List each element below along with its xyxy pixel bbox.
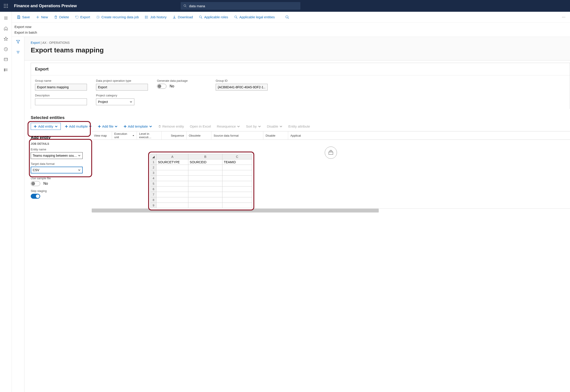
- search-input[interactable]: [189, 4, 298, 8]
- col-level[interactable]: Level in executi…: [137, 131, 162, 140]
- col-source-format[interactable]: Source data format: [211, 131, 263, 140]
- col-sequence[interactable]: Sequence: [162, 131, 187, 140]
- svg-marker-43: [16, 40, 20, 43]
- export-now-menuitem[interactable]: Export now: [14, 24, 567, 29]
- generate-package-toggle[interactable]: [157, 84, 167, 89]
- applicable-entities-button[interactable]: Applicable legal entities: [232, 14, 277, 21]
- svg-point-4: [5, 5, 6, 6]
- project-category-select[interactable]: Project: [96, 98, 134, 105]
- project-category-label: Project category: [96, 94, 148, 97]
- svg-point-9: [184, 4, 186, 7]
- operation-type-label: Data project operation type: [96, 79, 148, 83]
- svg-rect-16: [4, 58, 7, 61]
- svg-rect-20: [4, 71, 5, 71]
- excel-rownum: 3: [151, 170, 156, 176]
- history-label: Job history: [150, 15, 167, 19]
- excel-cell: SOURCETYPE: [156, 159, 188, 165]
- col-disable[interactable]: Disable: [263, 131, 288, 140]
- breadcrumb: Export | AX : OPERATIONS: [31, 41, 564, 44]
- col-execution-unit[interactable]: Execution unit: [112, 131, 137, 140]
- excel-rownum: 1: [151, 159, 156, 165]
- search-icon: [183, 4, 187, 8]
- sort-by-button: Sort by: [244, 123, 263, 130]
- sort-asc-icon: [132, 134, 134, 137]
- excel-rownum: 9: [151, 203, 156, 208]
- generate-package-label: Generate data package: [157, 79, 207, 83]
- download-label: Download: [178, 15, 193, 19]
- svg-point-55: [330, 150, 330, 151]
- delete-button[interactable]: Delete: [52, 14, 71, 21]
- recurring-job-button[interactable]: Create recurring data job: [94, 14, 141, 21]
- add-template-button[interactable]: Add template: [122, 123, 154, 130]
- filter-icon[interactable]: [16, 40, 20, 45]
- export-button[interactable]: Export: [73, 14, 92, 21]
- chevron-down-icon: [114, 125, 118, 128]
- recurring-label: Create recurring data job: [101, 15, 139, 19]
- group-id-input[interactable]: [216, 84, 268, 91]
- skip-staging-label: Skip staging: [31, 189, 92, 193]
- nav-toggle-button[interactable]: [1, 14, 10, 23]
- applicable-roles-button[interactable]: Applicable roles: [196, 14, 230, 21]
- description-input[interactable]: [35, 98, 87, 105]
- svg-point-56: [331, 150, 331, 151]
- svg-point-6: [4, 7, 4, 8]
- app-launcher-icon[interactable]: [0, 0, 12, 12]
- group-name-input[interactable]: [35, 84, 87, 91]
- svg-point-41: [286, 15, 288, 18]
- excel-col-c: C: [222, 154, 252, 159]
- svg-point-32: [145, 16, 145, 16]
- svg-marker-14: [4, 37, 8, 41]
- breadcrumb-link[interactable]: Export: [31, 41, 40, 44]
- home-icon[interactable]: [1, 24, 10, 33]
- skip-staging-toggle[interactable]: [31, 194, 40, 199]
- chevron-down-icon: [258, 125, 261, 128]
- project-category-value: Project: [98, 100, 108, 104]
- roles-label: Applicable roles: [204, 15, 228, 19]
- sort-lines-icon[interactable]: [16, 50, 20, 55]
- svg-rect-18: [4, 69, 5, 69]
- modules-icon[interactable]: [1, 66, 10, 74]
- excel-col-b: B: [188, 154, 222, 159]
- job-history-button[interactable]: Job history: [142, 14, 169, 21]
- excel-rownum: 6: [151, 186, 156, 192]
- excel-col-a: A: [156, 154, 188, 159]
- excel-rownum: 8: [151, 197, 156, 203]
- svg-point-33: [145, 17, 145, 17]
- new-button[interactable]: New: [33, 14, 50, 21]
- svg-point-5: [7, 5, 8, 6]
- cmd-overflow-button[interactable]: ⋯: [560, 14, 567, 21]
- excel-rownum: 2: [151, 165, 156, 170]
- svg-rect-19: [4, 70, 5, 70]
- col-obsolete[interactable]: Obsolete: [187, 131, 211, 140]
- new-label: New: [41, 15, 48, 19]
- workspace-icon[interactable]: [1, 55, 10, 64]
- recent-icon[interactable]: [1, 45, 10, 54]
- excel-corner: ◢: [151, 154, 156, 159]
- svg-point-8: [7, 7, 8, 8]
- svg-point-7: [5, 7, 6, 8]
- col-view-map[interactable]: View map: [92, 131, 112, 140]
- entity-grid-header: View map Execution unit Level in executi…: [92, 131, 570, 140]
- remove-entity-button: Remove entity: [156, 123, 186, 130]
- favorites-icon[interactable]: [1, 34, 10, 43]
- empty-data-icon: [325, 147, 337, 159]
- svg-rect-25: [18, 17, 19, 18]
- save-button[interactable]: Save: [14, 14, 32, 21]
- use-sample-file-toggle[interactable]: [31, 181, 40, 186]
- export-section-header: Export: [31, 63, 570, 75]
- download-button[interactable]: Download: [170, 14, 195, 21]
- export-in-batch-menuitem[interactable]: Export in batch: [14, 29, 567, 35]
- generate-package-value: No: [170, 84, 174, 88]
- disable-button: Disable: [265, 123, 284, 130]
- excel-rownum: 4: [151, 176, 156, 181]
- cmd-search-button[interactable]: [283, 14, 292, 21]
- global-search[interactable]: [181, 2, 300, 10]
- add-file-button[interactable]: Add file: [96, 123, 119, 130]
- highlight-job-details: [29, 139, 92, 177]
- svg-point-0: [4, 4, 4, 4]
- excel-rownum: 7: [151, 192, 156, 197]
- col-applicat[interactable]: Applicat: [288, 131, 570, 140]
- svg-point-34: [145, 18, 145, 18]
- chevron-down-icon: [279, 125, 282, 128]
- operation-type-input[interactable]: [96, 84, 148, 91]
